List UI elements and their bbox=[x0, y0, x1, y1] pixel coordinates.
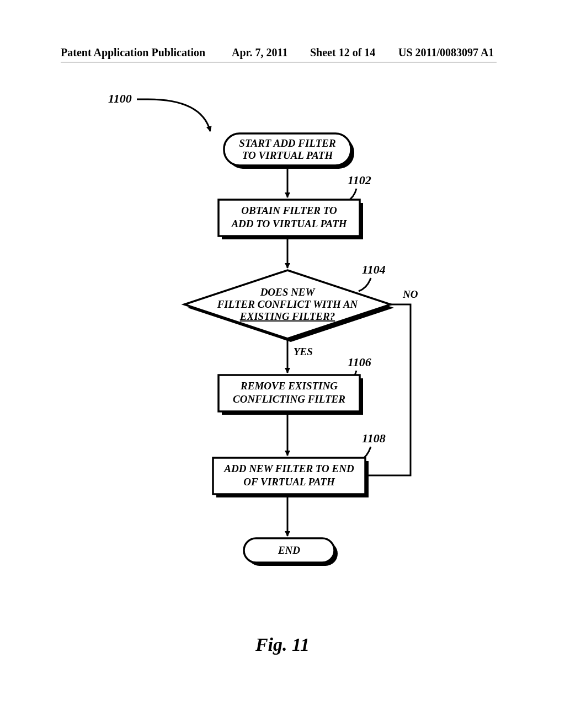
flowchart: 1100 START ADD FILTER TO VIRTUAL PATH 11… bbox=[97, 88, 472, 596]
start-node: START ADD FILTER TO VIRTUAL PATH bbox=[224, 133, 354, 169]
obtain-filter-node: OBTAIN FILTER TO ADD TO VIRTUAL PATH bbox=[218, 200, 363, 239]
yes-label: YES bbox=[294, 346, 313, 357]
ref-1104: 1104 bbox=[362, 263, 386, 276]
decision-node: DOES NEW FILTER CONFLICT WITH AN EXISTIN… bbox=[184, 270, 394, 342]
svg-text:END: END bbox=[278, 544, 300, 556]
ref-1106: 1106 bbox=[348, 355, 371, 369]
ref-1108: 1108 bbox=[362, 431, 386, 445]
figure-caption: Fig. 11 bbox=[0, 634, 565, 655]
publication-number: US 2011/0083097 A1 bbox=[398, 46, 494, 59]
end-node: END bbox=[244, 538, 338, 566]
svg-text:EXISTING FILTER?: EXISTING FILTER? bbox=[239, 311, 335, 322]
svg-text:START ADD FILTER: START ADD FILTER bbox=[239, 137, 335, 149]
svg-text:DOES NEW: DOES NEW bbox=[260, 286, 316, 298]
no-label: NO bbox=[402, 288, 418, 300]
svg-text:OBTAIN FILTER TO: OBTAIN FILTER TO bbox=[241, 205, 337, 216]
svg-text:REMOVE EXISTING: REMOVE EXISTING bbox=[240, 380, 338, 392]
header-rule bbox=[61, 62, 497, 62]
svg-text:TO VIRTUAL PATH: TO VIRTUAL PATH bbox=[242, 149, 334, 161]
publication-date: Apr. 7, 2011 bbox=[232, 46, 288, 59]
publication-label: Patent Application Publication bbox=[61, 46, 205, 59]
svg-text:ADD TO VIRTUAL PATH: ADD TO VIRTUAL PATH bbox=[231, 218, 347, 229]
ref-1102: 1102 bbox=[348, 173, 371, 187]
ref-1100: 1100 bbox=[108, 92, 132, 105]
svg-text:CONFLICTING FILTER: CONFLICTING FILTER bbox=[233, 393, 345, 405]
svg-text:OF VIRTUAL PATH: OF VIRTUAL PATH bbox=[243, 476, 335, 488]
svg-text:FILTER CONFLICT WITH AN: FILTER CONFLICT WITH AN bbox=[217, 298, 359, 310]
sheet-number: Sheet 12 of 14 bbox=[310, 46, 375, 59]
svg-text:ADD NEW FILTER TO END: ADD NEW FILTER TO END bbox=[223, 463, 354, 474]
add-filter-node: ADD NEW FILTER TO END OF VIRTUAL PATH bbox=[213, 458, 369, 497]
remove-filter-node: REMOVE EXISTING CONFLICTING FILTER bbox=[218, 375, 363, 415]
